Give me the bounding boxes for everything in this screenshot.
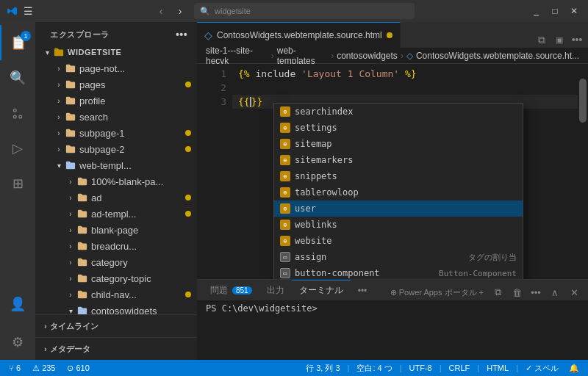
activity-item-debug[interactable]: ▷ (0, 131, 35, 166)
tree-item-label: 100%-blank-pa... (91, 176, 163, 187)
tree-item-label: subpage-1 (79, 128, 124, 139)
editor-scrollbar[interactable] (578, 64, 588, 279)
status-position-text: 行 3, 列 3 (306, 363, 340, 374)
metadata-section-label[interactable]: › メタデータ (35, 341, 197, 357)
status-spellcheck[interactable]: ✓ スペル (523, 363, 562, 374)
editor-tab-active[interactable]: ◇ ContosoWidgets.webtemplate.source.html (197, 22, 401, 48)
activity-item-extensions[interactable]: ⊞ (0, 166, 35, 201)
activity-item-explorer[interactable]: 📋 1 (0, 25, 35, 60)
split-editor-button[interactable]: ▣ (551, 32, 567, 48)
tree-item-ad[interactable]: › ad (35, 189, 197, 206)
breadcrumb-contosowidgets[interactable]: contosowidgets (337, 51, 398, 61)
terminal-source-button[interactable]: ⊕ Power Apps ポータル + (387, 287, 487, 298)
ac-variable-icon: ⊕ (280, 106, 290, 117)
tree-item-label: profile (79, 95, 105, 106)
status-spaces[interactable]: 空白: 4 つ (354, 363, 395, 374)
code-area[interactable]: {% include 'Layout 1 Column' %} {{ }} (232, 64, 578, 279)
tree-item-ad-templ[interactable]: › ad-templ... (35, 206, 197, 222)
ac-item-weblinks[interactable]: ⊕ weblinks (274, 217, 523, 233)
ac-item-sitemarkers[interactable]: ⊕ sitemarkers (274, 152, 523, 168)
activity-item-accounts[interactable]: 👤 (0, 286, 35, 322)
tree-item-subpage1[interactable]: › subpage-1 (35, 125, 197, 141)
tree-item-pages[interactable]: › pages (35, 76, 197, 93)
window-maximize-button[interactable]: □ (547, 3, 563, 19)
status-position[interactable]: 行 3, 列 3 (303, 363, 343, 374)
activity-item-search[interactable]: 🔍 (0, 60, 35, 95)
tree-item-contosowidgets[interactable]: ▾ contosowidgets (35, 303, 197, 314)
panel-tab-output[interactable]: 出力 (259, 280, 292, 300)
window-close-button[interactable]: ✕ (566, 3, 582, 19)
panel-tab-terminal[interactable]: ターミナル (292, 280, 351, 300)
activity-item-git[interactable] (0, 95, 35, 131)
status-eol[interactable]: CRLF (446, 364, 473, 372)
ac-item-settings[interactable]: ⊕ settings (274, 120, 523, 136)
tree-item-web-templ[interactable]: ▾ web-templ... (35, 157, 197, 173)
folder-icon (76, 208, 88, 220)
token: 'Layout 1 Column' (301, 67, 399, 81)
window-minimize-button[interactable]: ⎯ (528, 3, 544, 19)
breadcrumb-site[interactable]: site-1---site-hecvk (206, 46, 268, 66)
sidebar-more-button[interactable]: ••• (175, 28, 188, 41)
tree-item-label: ad (91, 192, 101, 203)
status-errors[interactable]: ⚠ 235 (29, 364, 58, 373)
nav-forward-button[interactable]: › (172, 3, 188, 19)
terminal-more-button[interactable]: ••• (528, 284, 544, 300)
timeline-section-label[interactable]: › タイムライン (35, 318, 197, 334)
tree-root[interactable]: ▾ WIDGETSITE (35, 44, 197, 60)
folder-icon (76, 240, 88, 252)
ac-item-label: weblinks (295, 218, 337, 232)
folder-icon (65, 143, 76, 155)
status-sep: | (400, 364, 402, 372)
breadcrumb-sep: › (271, 51, 274, 61)
breadcrumb-filename[interactable]: ContosoWidgets.webtemplate.source.ht... (416, 51, 579, 61)
panel-tab-problems[interactable]: 問題 851 (203, 280, 259, 300)
tree-item-search[interactable]: › search (35, 109, 197, 125)
ac-item-searchindex[interactable]: ⊕ searchindex (274, 104, 523, 120)
tree-item-profile[interactable]: › profile (35, 93, 197, 109)
tree-item-page-not[interactable]: › page-not... (35, 60, 197, 76)
tree-item-subpage2[interactable]: › subpage-2 (35, 141, 197, 157)
code-line-2 (232, 81, 578, 95)
status-language[interactable]: HTML (484, 364, 512, 372)
editor-layout-button[interactable]: ⧉ (534, 32, 550, 48)
hamburger-menu[interactable]: ☰ (24, 5, 33, 17)
tree-item-blank-page[interactable]: › blank-page (35, 222, 197, 238)
tree-item-100pct[interactable]: › 100%-blank-pa... (35, 173, 197, 189)
nav-back-button[interactable]: ‹ (153, 3, 169, 19)
sidebar-tree: ▾ WIDGETSITE › page-not... › pages › (35, 44, 197, 314)
title-search-bar[interactable]: 🔍 widgetsite (194, 3, 415, 19)
ac-item-tablerowloop[interactable]: ⊕ tablerowloop (274, 184, 523, 200)
problems-badge: 851 (232, 286, 252, 294)
ac-item-website[interactable]: ⊕ website (274, 233, 523, 249)
tree-item-category[interactable]: › category (35, 254, 197, 270)
chevron-right-icon: › (65, 272, 76, 284)
ac-item-snippets[interactable]: ⊕ snippets (274, 168, 523, 184)
status-bar: ⑂ 6 ⚠ 235 ⊙ 610 行 3, 列 3 | 空白: 4 つ | UTF… (0, 360, 588, 376)
terminal-split-button[interactable]: ⧉ (490, 284, 506, 300)
status-encoding[interactable]: UTF-8 (406, 364, 435, 372)
title-bar-left: ☰ (6, 5, 153, 17)
activity-item-settings[interactable]: ⚙ (0, 325, 35, 360)
search-icon: 🔍 (200, 7, 210, 16)
ac-item-sitemap[interactable]: ⊕ sitemap (274, 136, 523, 152)
panel-tab-more[interactable]: ••• (351, 280, 375, 300)
status-git[interactable]: ⑂ 6 (6, 364, 24, 372)
ac-item-user[interactable]: ⊕ user (274, 200, 523, 217)
code-editor[interactable]: 1 2 3 {% include 'Layout 1 Column' %} {{ (197, 64, 588, 279)
chevron-down-icon: ▾ (53, 159, 65, 171)
terminal-trash-button[interactable]: 🗑 (509, 284, 525, 300)
tree-item-category-topic[interactable]: › category-topic (35, 270, 197, 286)
panel-close-button[interactable]: ✕ (566, 284, 582, 300)
editor-more-button[interactable]: ••• (569, 32, 585, 48)
status-notification[interactable]: 🔔 (566, 364, 582, 373)
panel-chevron-up-button[interactable]: ∧ (547, 284, 563, 300)
ac-item-assign[interactable]: ▭ assign タグの割り当 (274, 249, 523, 265)
tree-item-label: page-not... (79, 63, 125, 74)
ac-item-button-component[interactable]: ▭ button-component Button-Component (274, 265, 523, 279)
status-warnings[interactable]: ⊙ 610 (64, 364, 92, 373)
breadcrumb-web-templates[interactable]: web-templates (277, 46, 328, 66)
ac-item-label: assign (295, 250, 326, 264)
tree-item-child-nav[interactable]: › child-nav... (35, 286, 197, 303)
tree-item-breadcru[interactable]: › breadcru... (35, 238, 197, 254)
panel-tab-output-label: 出力 (267, 284, 284, 297)
